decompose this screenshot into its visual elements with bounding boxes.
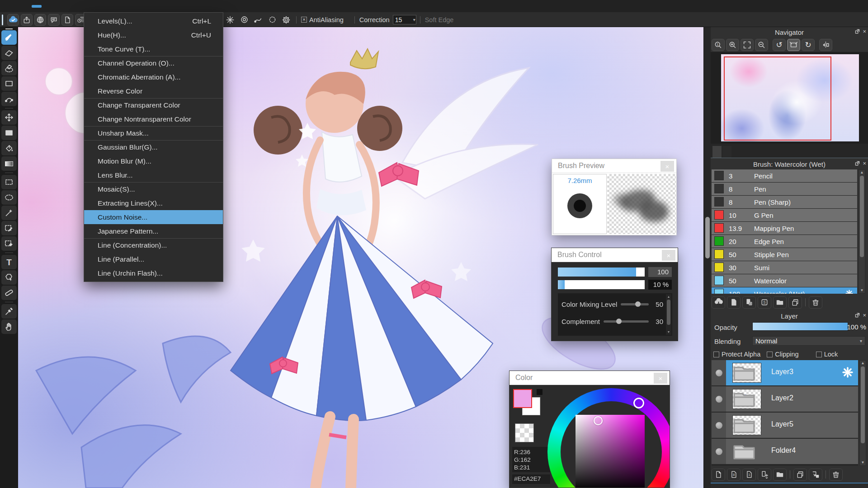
saturation-value-square[interactable] bbox=[576, 415, 645, 488]
curve-smoothing-button[interactable] bbox=[253, 14, 264, 25]
zoom-100-button[interactable]: 1 bbox=[712, 39, 725, 51]
popout-icon[interactable] bbox=[855, 29, 860, 34]
main-color-swatch[interactable] bbox=[513, 389, 532, 408]
popout-icon[interactable] bbox=[855, 161, 860, 166]
fit-to-screen-button[interactable] bbox=[741, 39, 754, 51]
document-info-button[interactable] bbox=[61, 14, 73, 26]
filter-menu-item[interactable]: Extracting Lines(X)... bbox=[84, 196, 223, 210]
curve-tool-button[interactable] bbox=[1, 92, 17, 106]
delete-layer-button[interactable] bbox=[829, 469, 843, 481]
menubar-item[interactable] bbox=[71, 5, 81, 8]
frame-tool-button[interactable] bbox=[1, 76, 17, 91]
stabilization-button[interactable] bbox=[239, 14, 250, 25]
new-folder-button[interactable] bbox=[773, 296, 787, 309]
filter-menu-item[interactable]: Custom Noise... bbox=[84, 210, 223, 224]
protect-alpha-checkbox[interactable]: Protect Alpha bbox=[713, 351, 760, 358]
flip-horizontal-button[interactable] bbox=[819, 39, 832, 51]
new-layer-menu-button[interactable] bbox=[758, 469, 771, 481]
selection-pen-tool-button[interactable] bbox=[1, 221, 17, 235]
sv-selector[interactable] bbox=[594, 416, 603, 425]
fill-tool-button[interactable] bbox=[1, 141, 17, 155]
brush-list-item[interactable]: 3 Pencil bbox=[712, 169, 857, 182]
filter-menu-item[interactable]: Mosaic(S)... bbox=[84, 182, 223, 196]
draw-color-chip[interactable] bbox=[537, 389, 542, 395]
brush-list-scrollbar[interactable]: ▲ ▼ bbox=[859, 169, 865, 294]
brush-settings-gear-icon[interactable] bbox=[845, 289, 854, 294]
layer-visibility-toggle[interactable] bbox=[712, 439, 726, 464]
menubar-item[interactable] bbox=[91, 5, 101, 8]
menubar-item[interactable] bbox=[121, 5, 131, 8]
scrollbar-thumb[interactable] bbox=[705, 217, 710, 258]
navigator-view-frame[interactable] bbox=[724, 56, 831, 141]
layer-visibility-toggle[interactable] bbox=[712, 360, 726, 385]
new-raster-layer-button[interactable]: 8 bbox=[727, 469, 741, 481]
lasso-select-tool-button[interactable] bbox=[1, 190, 17, 205]
hue-selector[interactable] bbox=[633, 398, 644, 408]
opacity-slider[interactable] bbox=[752, 322, 848, 331]
antialiasing-checkbox[interactable]: × AntiAliasing bbox=[301, 16, 344, 23]
rotate-left-button[interactable]: ↺ bbox=[773, 39, 786, 51]
eraser-tool-button[interactable] bbox=[1, 46, 17, 60]
brush-list-item[interactable]: 8 Pen bbox=[712, 183, 857, 195]
layer-row[interactable]: Folder4 bbox=[712, 439, 858, 464]
menubar-item[interactable] bbox=[61, 5, 71, 8]
dashed-circle-button[interactable] bbox=[267, 14, 278, 25]
auto-select-tool-button[interactable] bbox=[1, 206, 17, 220]
new-brush-button[interactable] bbox=[727, 296, 741, 309]
menubar-item[interactable] bbox=[52, 5, 61, 8]
filter-menu-item[interactable]: Gaussian Blur(G)... bbox=[84, 140, 223, 154]
rotate-right-button[interactable]: ↻ bbox=[802, 39, 815, 51]
new-layer-button[interactable] bbox=[712, 469, 725, 481]
duplicate-layer-button[interactable] bbox=[793, 469, 807, 481]
transparent-color-swatch[interactable] bbox=[515, 423, 534, 442]
cloud-sync-button[interactable] bbox=[7, 14, 19, 26]
filter-menu-item[interactable]: Change Transparent Color bbox=[84, 98, 223, 112]
clipping-checkbox[interactable]: Clipping bbox=[767, 351, 798, 358]
brush-list-item[interactable]: 13.9 Mapping Pen bbox=[712, 222, 857, 235]
close-button[interactable]: × bbox=[660, 161, 674, 172]
brush-list-item[interactable]: 20 Edge Pen bbox=[712, 235, 857, 248]
filter-menu-item[interactable]: Japanese Pattern... bbox=[84, 224, 223, 238]
duplicate-button[interactable] bbox=[788, 296, 802, 309]
color-mixing-slider[interactable] bbox=[621, 303, 649, 305]
close-icon[interactable]: × bbox=[863, 160, 866, 166]
filter-menu-item[interactable]: Unsharp Mask... bbox=[84, 126, 223, 140]
panel-tab[interactable] bbox=[722, 146, 731, 158]
brush-size-slider[interactable] bbox=[558, 267, 645, 277]
move-tool-button[interactable] bbox=[1, 110, 17, 125]
hand-tool-button[interactable] bbox=[1, 319, 17, 334]
filter-menu-item[interactable]: Levels(L)... Ctrl+L bbox=[84, 14, 223, 28]
menubar-item[interactable] bbox=[12, 5, 22, 8]
filter-menu-item[interactable]: Tone Curve (T)... bbox=[84, 42, 223, 56]
filter-menu-item[interactable]: Line (Concentration)... bbox=[84, 238, 223, 252]
brush-list-item[interactable]: 30 Sumi bbox=[712, 261, 857, 274]
brush-opacity-slider[interactable] bbox=[558, 280, 645, 289]
menubar-item[interactable] bbox=[81, 5, 91, 8]
text-tool-button[interactable]: T bbox=[1, 255, 17, 269]
layer-visibility-toggle[interactable] bbox=[712, 386, 726, 412]
parameters-scrollbar[interactable]: ▲ ▼ bbox=[666, 294, 671, 335]
brush-list-item[interactable]: 100 Watercolor (Wet) bbox=[712, 287, 857, 294]
tool-settings-button[interactable] bbox=[281, 14, 292, 25]
layer-settings-gear-icon[interactable] bbox=[842, 366, 854, 378]
filter-menu-item[interactable]: Change Nontransparent Color bbox=[84, 112, 223, 126]
layer-list-scrollbar[interactable]: ▲ ▼ bbox=[859, 360, 866, 466]
layer-row[interactable]: Layer5 bbox=[712, 413, 858, 438]
reset-rotation-button[interactable] bbox=[787, 39, 800, 51]
close-icon[interactable]: × bbox=[863, 312, 866, 318]
canvas-vertical-scrollbar[interactable] bbox=[703, 27, 711, 488]
filter-menu-item[interactable]: Channel Operation (O)... bbox=[84, 56, 223, 70]
new-vector-layer-button[interactable]: 1 bbox=[742, 469, 756, 481]
save-settings-button[interactable]: S bbox=[758, 296, 771, 309]
close-button[interactable]: × bbox=[654, 373, 667, 384]
selection-eraser-tool-button[interactable] bbox=[1, 236, 17, 251]
starburst-tool-button[interactable] bbox=[225, 14, 236, 25]
blend-tool-button[interactable] bbox=[1, 286, 17, 300]
filter-menu-item[interactable]: Chromatic Aberration (A)... bbox=[84, 70, 223, 84]
marquee-select-tool-button[interactable] bbox=[1, 175, 17, 189]
filter-menu-item[interactable]: Line (Urchin Flash)... bbox=[84, 266, 223, 280]
lock-checkbox[interactable]: Lock bbox=[816, 351, 838, 358]
publish-button[interactable] bbox=[21, 14, 33, 26]
navigator-preview[interactable] bbox=[711, 52, 868, 144]
complement-slider[interactable] bbox=[604, 320, 649, 323]
